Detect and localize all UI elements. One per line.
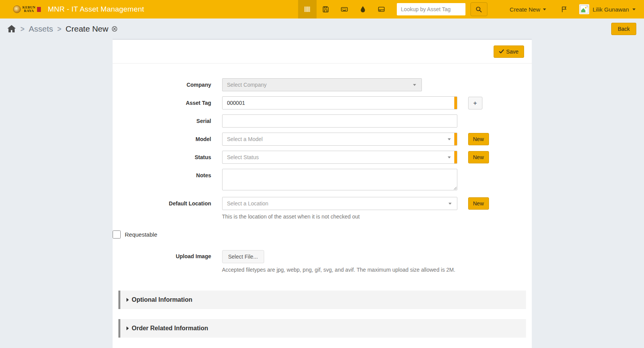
model-select[interactable]: Select a Model [222,133,457,146]
caret-right-icon [126,326,129,330]
new-location-button[interactable]: New [468,197,489,210]
serial-input[interactable] [222,114,457,128]
requestable-checkbox[interactable] [113,230,121,239]
add-asset-tag-button[interactable]: + [468,97,482,109]
filetypes-helper-text: Accepted filetypes are jpg, webp, png, g… [222,267,457,273]
serial-row: Serial [113,114,532,128]
chevron-down-icon [543,8,546,10]
breadcrumb-separator: > [20,24,25,34]
order-related-information-title: Order Related Information [132,325,208,332]
chevron-down-icon [413,84,416,86]
user-name: Lilik Gunawan [593,6,629,13]
asset-lookup [397,2,487,16]
brand-logo-text: KEBUNRAYA [22,6,35,13]
default-location-row: Default Location Select a Location This … [113,197,532,220]
status-row: Status Select Status New [113,151,532,164]
company-select[interactable]: Select Company [222,78,422,91]
serial-label: Serial [113,114,222,124]
header-icon-group [298,0,391,18]
company-select-value: Select Company [227,82,267,88]
spinner-icon [111,26,118,32]
barcode-icon[interactable] [298,0,317,18]
breadcrumb-separator: > [57,24,62,34]
check-icon [499,49,504,54]
back-button[interactable]: Back [611,23,636,35]
chevron-down-icon [448,156,451,158]
save-button[interactable]: Save [494,45,524,58]
flag-icon[interactable] [561,6,568,13]
model-row: Model Select a Model New [113,133,532,146]
asset-tag-label: Asset Tag [113,96,222,106]
create-asset-panel: Save Company Select Company Asset Tag + [113,39,532,348]
chevron-down-icon [448,203,452,205]
breadcrumb-current: Create New [66,24,118,34]
model-label: Model [113,133,222,142]
top-navbar: KEBUNRAYA MNR - IT Asset Management [0,0,644,18]
asset-tag-row: Asset Tag + [113,96,532,109]
asset-lookup-input[interactable] [397,3,465,15]
page-title: Create New [66,24,108,34]
brand-emblem-icon [13,5,21,13]
brand-red-mark [37,7,41,12]
order-related-information-section[interactable]: Order Related Information [118,319,526,338]
default-location-label: Default Location [113,197,222,207]
panel-header: Save [113,40,532,64]
optional-information-section[interactable]: Optional Information [118,291,526,309]
select-file-button[interactable]: Select File... [222,250,264,263]
user-menu[interactable]: Lilik Gunawan [579,4,636,14]
caret-right-icon [126,298,129,302]
save-button-label: Save [506,49,519,55]
optional-information-title: Optional Information [132,296,192,303]
save-icon[interactable] [317,0,335,18]
chevron-down-icon [632,8,636,10]
droplet-icon[interactable] [354,0,372,18]
status-label: Status [113,151,222,160]
asset-form: Company Select Company Asset Tag + Seria… [113,64,532,348]
requestable-label[interactable]: Requestable [125,231,157,238]
create-new-label: Create New [510,6,540,13]
breadcrumb: > Assets > Create New Back [0,18,644,37]
avatar [579,4,589,14]
asset-tag-input[interactable] [222,96,457,109]
status-select-value: Select Status [227,154,259,160]
chevron-down-icon [448,138,451,140]
location-helper-text: This is the location of the asset when i… [222,214,457,220]
upload-image-label: Upload Image [113,250,222,259]
company-row: Company Select Company [113,78,532,91]
app-title: MNR - IT Asset Management [48,5,144,13]
location-select[interactable]: Select a Location [222,197,457,210]
model-select-value: Select a Model [227,136,263,142]
requestable-row: Requestable [113,230,532,239]
device-icon[interactable] [372,0,391,18]
location-select-value: Select a Location [227,200,268,207]
notes-row: Notes [113,169,532,192]
new-status-button[interactable]: New [468,151,489,163]
upload-image-row: Upload Image Select File... Accepted fil… [113,250,532,273]
home-icon[interactable] [7,25,16,33]
new-model-button[interactable]: New [468,133,489,145]
notes-textarea[interactable] [222,169,457,190]
status-select[interactable]: Select Status [222,151,457,164]
breadcrumb-assets-link[interactable]: Assets [29,24,53,34]
search-button[interactable] [470,2,487,16]
brand-logo[interactable]: KEBUNRAYA [13,5,41,13]
notes-label: Notes [113,169,222,178]
create-new-menu[interactable]: Create New [510,6,546,13]
company-label: Company [113,78,222,88]
collapsible-sections: Optional Information Order Related Infor… [113,291,532,338]
keyboard-icon[interactable] [335,0,354,18]
